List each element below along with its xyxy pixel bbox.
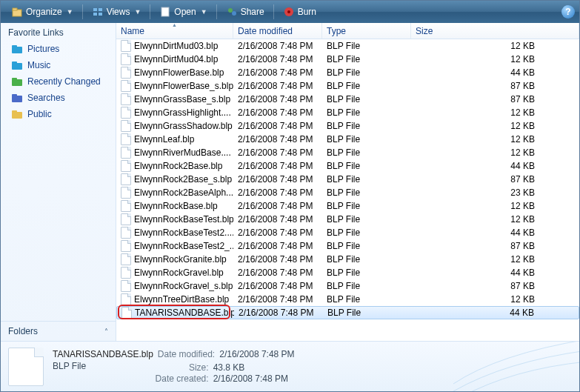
table-row[interactable]: ElwynnTreeDirtBase.blp 2/16/2008 7:48 PM… xyxy=(116,293,579,306)
file-name: ElwynnGrassBase_s.blp xyxy=(134,94,230,104)
share-icon xyxy=(226,6,238,18)
table-row[interactable]: ElwynnLeaf.blp 2/16/2008 7:48 PM BLP Fil… xyxy=(116,133,579,146)
table-row[interactable]: ElwynnRockGranite.blp 2/16/2008 7:48 PM … xyxy=(116,253,579,266)
file-size: 44 KB xyxy=(411,268,579,278)
file-type: BLP File xyxy=(322,268,411,278)
sidebar-item-searches[interactable]: Searches xyxy=(1,90,116,106)
file-icon xyxy=(121,293,131,305)
file-size: 12 KB xyxy=(411,107,579,118)
file-date: 2/16/2008 7:48 PM xyxy=(233,214,322,225)
file-date: 2/16/2008 7:48 PM xyxy=(233,67,322,78)
table-row[interactable]: ElwynnGrassShadow.blp 2/16/2008 7:48 PM … xyxy=(116,119,579,133)
burn-label: Burn xyxy=(298,7,316,17)
sidebar-item-label: Pictures xyxy=(27,44,59,54)
file-name: ElwynnGrassHighlight.... xyxy=(134,107,231,118)
table-row[interactable]: ElwynnRockBaseTest2_... 2/16/2008 7:48 P… xyxy=(116,239,579,253)
table-row[interactable]: ElwynnRiverMudBase.... 2/16/2008 7:48 PM… xyxy=(116,146,579,159)
table-row[interactable]: ElwynnRockGravel.blp 2/16/2008 7:48 PM B… xyxy=(116,266,579,279)
table-row[interactable]: ElwynnDirtMud03.blp 2/16/2008 7:48 PM BL… xyxy=(116,39,579,53)
file-icon xyxy=(121,133,131,145)
file-type: BLP File xyxy=(322,81,411,91)
file-size: 12 KB xyxy=(411,134,579,144)
file-name: ElwynnTreeDirtBase.blp xyxy=(134,294,229,305)
views-label: Views xyxy=(107,7,130,17)
file-rows: ElwynnDirtMud03.blp 2/16/2008 7:48 PM BL… xyxy=(116,39,579,319)
file-name: ElwynnRockBaseTest2.... xyxy=(134,227,233,238)
file-type: BLP File xyxy=(322,201,411,211)
burn-button[interactable]: Burn xyxy=(277,4,322,19)
file-size: 87 KB xyxy=(411,241,579,251)
help-icon[interactable]: ? xyxy=(561,5,575,19)
file-type: BLP File xyxy=(322,107,411,118)
file-name: ElwynnRockGravel.blp xyxy=(134,268,224,278)
sidebar-item-pictures[interactable]: Pictures xyxy=(1,41,116,57)
file-size: 12 KB xyxy=(411,54,579,64)
sidebar-item-public[interactable]: Public xyxy=(1,106,116,122)
share-label: Share xyxy=(241,7,264,17)
file-name: ElwynnRockBaseTest.blp xyxy=(134,214,233,225)
file-type: BLP File xyxy=(322,187,411,198)
table-row[interactable]: TANARISSANDBASE.blp 2/16/2008 7:48 PM BL… xyxy=(116,306,579,319)
table-row[interactable]: ElwynnGrassHighlight.... 2/16/2008 7:48 … xyxy=(116,106,579,119)
open-icon xyxy=(159,6,171,18)
folders-header[interactable]: Folders ˄ xyxy=(1,321,116,341)
file-size: 23 KB xyxy=(411,187,579,198)
chevron-up-icon: ˄ xyxy=(104,328,108,336)
file-icon xyxy=(121,80,131,92)
file-size: 87 KB xyxy=(411,281,579,291)
svg-point-8 xyxy=(232,11,236,16)
column-name[interactable]: Name xyxy=(116,23,233,39)
column-size[interactable]: Size xyxy=(411,23,579,39)
file-icon xyxy=(121,307,132,319)
file-icon xyxy=(121,240,131,252)
svg-rect-14 xyxy=(12,62,17,64)
file-date: 2/16/2008 7:48 PM xyxy=(234,308,323,318)
file-icon xyxy=(121,200,131,212)
table-row[interactable]: ElwynnRock2Base_s.blp 2/16/2008 7:48 PM … xyxy=(116,173,579,186)
table-row[interactable]: ElwynnRock2Base.blp 2/16/2008 7:48 PM BL… xyxy=(116,159,579,173)
sidebar-item-label: Recently Changed xyxy=(27,76,101,87)
chevron-down-icon: ▼ xyxy=(67,8,73,16)
table-row[interactable]: ElwynnFlowerBase_s.blp 2/16/2008 7:48 PM… xyxy=(116,79,579,93)
table-row[interactable]: ElwynnRockBaseTest2.... 2/16/2008 7:48 P… xyxy=(116,226,579,239)
column-date[interactable]: Date modified xyxy=(233,23,322,39)
svg-rect-20 xyxy=(12,110,17,113)
file-type: BLP File xyxy=(322,227,411,238)
views-button[interactable]: Views ▼ xyxy=(86,4,147,19)
file-icon xyxy=(121,280,131,292)
organize-button[interactable]: Organize ▼ xyxy=(5,4,79,19)
table-row[interactable]: ElwynnRockBase.blp 2/16/2008 7:48 PM BLP… xyxy=(116,199,579,213)
file-type: BLP File xyxy=(323,308,412,318)
sidebar-item-music[interactable]: Music xyxy=(1,57,116,73)
file-date: 2/16/2008 7:48 PM xyxy=(233,41,322,51)
file-type: BLP File xyxy=(322,147,411,158)
file-name: ElwynnDirtMud03.blp xyxy=(134,41,218,51)
file-name: ElwynnRockBase.blp xyxy=(134,201,218,211)
table-row[interactable]: ElwynnGrassBase_s.blp 2/16/2008 7:48 PM … xyxy=(116,93,579,106)
file-size: 44 KB xyxy=(411,227,579,238)
column-type[interactable]: Type xyxy=(322,23,411,39)
file-icon xyxy=(121,120,131,132)
open-button[interactable]: Open ▼ xyxy=(153,4,213,19)
table-row[interactable]: ElwynnFlowerBase.blp 2/16/2008 7:48 PM B… xyxy=(116,66,579,79)
sidebar-item-label: Searches xyxy=(27,93,65,103)
file-date: 2/16/2008 7:48 PM xyxy=(233,254,322,265)
separator xyxy=(82,4,83,19)
table-row[interactable]: ElwynnRockBaseTest.blp 2/16/2008 7:48 PM… xyxy=(116,213,579,226)
column-headers: Name Date modified Type Size xyxy=(116,23,579,39)
table-row[interactable]: ElwynnDirtMud04.blp 2/16/2008 7:48 PM BL… xyxy=(116,53,579,66)
file-name: ElwynnFlowerBase.blp xyxy=(134,67,224,78)
table-row[interactable]: ElwynnRock2BaseAlph... 2/16/2008 7:48 PM… xyxy=(116,186,579,199)
file-icon xyxy=(121,267,131,279)
file-date: 2/16/2008 7:48 PM xyxy=(233,94,322,104)
file-icon xyxy=(121,147,131,159)
file-thumbnail xyxy=(8,348,44,386)
file-type: BLP File xyxy=(322,54,411,64)
sidebar-item-recently-changed[interactable]: Recently Changed xyxy=(1,73,116,90)
share-button[interactable]: Share xyxy=(220,4,270,19)
folder-icon xyxy=(11,59,23,71)
file-icon xyxy=(121,67,131,79)
file-name: ElwynnRockBaseTest2_... xyxy=(134,241,233,251)
table-row[interactable]: ElwynnRockGravel_s.blp 2/16/2008 7:48 PM… xyxy=(116,279,579,293)
favorite-links-header: Favorite Links xyxy=(1,23,116,41)
